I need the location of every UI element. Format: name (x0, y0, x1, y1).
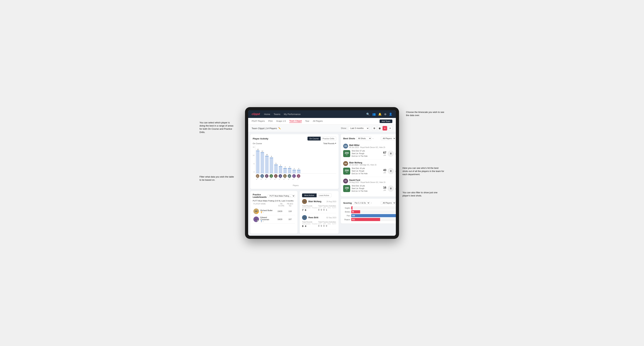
add-team-button[interactable]: Add Team (380, 120, 392, 123)
top-nav: clippd Home Teams My Performance 🔍 👥 🔔 ⊕… (248, 110, 396, 118)
col-pb-score: PB SCORE (277, 203, 286, 207)
practice-vals: 0 0 0 1 (318, 209, 336, 211)
scoring-players-filter[interactable]: All Players (381, 201, 396, 205)
player-names-row: B. McHarg R. Britt D. Ford J. Coles E. E… (255, 178, 336, 180)
shot-badge-label-1: SG (346, 154, 348, 156)
stat-block-practice: Total Practice Activities GTT APP ARG PU… (318, 205, 336, 211)
metric-unit-3a: yds (384, 189, 386, 191)
scoring-val-bogeys: 311 (352, 219, 355, 220)
stat-sub-row-2: Tournament Practice (302, 223, 318, 225)
shot-start-2: Start Lie: Rough (352, 170, 382, 172)
player-label-9: E. Crossman (292, 178, 296, 180)
shot-badge-label-2: SG (346, 172, 348, 173)
player-label-2: R. Britt (260, 178, 264, 180)
search-icon[interactable]: 🔍 (366, 113, 370, 116)
team-header: Team Clippd | 14 Players ✏️ Show: Last 3… (248, 125, 396, 132)
shot-badge-num-2: 200 (345, 169, 349, 172)
sub-nav-pga[interactable]: PGA (268, 120, 273, 123)
shot-player-sub-2: 23 Jul 2023 · Ashridge SC, Hole 15 (349, 164, 396, 166)
practice-leaderboards-card: Practice Leaderboards PUTT Must Make Put… (250, 191, 298, 234)
most-active-card: Most Active Least Active BM Blair McHarg… (300, 191, 338, 234)
nav-teams[interactable]: Teams (274, 113, 280, 116)
heart-icon[interactable]: ♥ (382, 126, 387, 131)
metric-unit-2a: yds (384, 172, 386, 173)
bar-group-4: 9 (270, 156, 273, 173)
view-icons: ⊞ ▦ ♥ ≡ (372, 126, 392, 131)
plus-icon[interactable]: ⊕ (384, 113, 386, 116)
sub-nav-pgat[interactable]: PGAT Players (252, 120, 265, 123)
sub-nav-tour[interactable]: Tour (305, 120, 309, 123)
sub-nav: PGAT Players PGA Hcaps 1-5 Team Clippd T… (248, 118, 396, 125)
course-toggle: On Course Practice Drills (308, 137, 336, 141)
practice-drills-toggle[interactable]: Practice Drills (320, 137, 336, 141)
practice-label-2: Practice (312, 223, 318, 225)
leaderboard-row-2: EC 2 Edward Crossman 🥈 2 18/20 107 (253, 215, 295, 223)
shot-player-row-3: DF David Ford 24 Aug 2023 · Royal North … (343, 178, 396, 183)
avatar-10: LR (297, 174, 300, 178)
bar-group-7: 3 (283, 166, 287, 173)
tournament-label: Tournament (302, 207, 310, 209)
putt-label-2: PUTT (332, 223, 336, 225)
bar-9 (292, 170, 296, 173)
bar-3 (265, 156, 268, 173)
scoring-bar-container-bogeys: 311 (351, 218, 396, 221)
chart-dropdown[interactable]: Total Rounds ▾ (323, 142, 336, 145)
sub-nav-team-clippd[interactable]: Team Clippd (289, 120, 302, 123)
bell-icon[interactable]: 🔔 (378, 113, 382, 116)
list-icon[interactable]: ≡ (388, 126, 392, 131)
least-active-tab[interactable]: Least Active (316, 193, 332, 197)
stat-label-rounds: Total Rounds (302, 205, 318, 207)
shots-type-filter[interactable]: All Shots Best Shots (356, 137, 372, 140)
putt-val-2: 0 (326, 225, 327, 227)
shot-details-3: 198 SG Shot Dist: 16 yds Start Lie: Roug… (343, 184, 396, 192)
scoring-bar-container-eagles: 3 (351, 206, 396, 209)
active-stats-1: Total Rounds Tournament Practice 7 6 (302, 205, 336, 211)
avatar-row: BM RB DF JC EE GB RB MM EC LR (255, 173, 336, 178)
player-activity-title: Player Activity (253, 137, 306, 140)
rank-badge-1: 1 (257, 212, 259, 214)
on-course-toggle[interactable]: On Course (308, 137, 320, 141)
right-column: Best Shots All Shots Best Shots ▾ All Pl… (341, 134, 396, 234)
player-label-5: E. Ebert (274, 178, 278, 180)
shot-details-1: 200 SG Shot Dist: 67 yds Start Lie: Roug… (343, 150, 396, 158)
grid-small-icon[interactable]: ▦ (377, 126, 382, 131)
metric-val-2a: 43 (383, 169, 386, 172)
scoring-type-filter[interactable]: Par 3, 4 & 5s (353, 201, 370, 205)
zero-val-1: 0 (390, 152, 392, 155)
y-axis: 15 10 5 0 (253, 146, 255, 173)
users-icon[interactable]: 👥 (372, 113, 376, 116)
bar-group-3: 10 (265, 154, 268, 173)
scoring-bar-birdies: 96 (351, 210, 360, 213)
avatar-2: RB (260, 174, 264, 178)
avatar-6: GB (278, 174, 282, 178)
edit-icon[interactable]: ✏️ (278, 127, 281, 130)
shot-dist-3: Shot Dist: 16 yds (352, 184, 382, 187)
scoring-val-birdies: 96 (352, 211, 354, 213)
shot-item-2: BM Blair McHarg 23 Jul 2023 · Ashridge S… (343, 159, 396, 177)
sub-nav-hcaps[interactable]: Hcaps 1-5 (276, 120, 286, 123)
bottom-cards: Practice Leaderboards PUTT Must Make Put… (250, 191, 338, 234)
most-active-tab[interactable]: Most Active (302, 193, 316, 197)
practice-header: Practice Leaderboards PUTT Must Make Put… (253, 193, 295, 198)
grid-large-icon[interactable]: ⊞ (372, 126, 376, 131)
nav-performance[interactable]: My Performance (284, 113, 300, 116)
show-label: Show: (341, 127, 347, 130)
player-activity-card: Player Activity On Course Practice Drill… (250, 134, 338, 189)
sub-nav-all-players[interactable]: All Players (313, 120, 323, 123)
avatar-1: BM (256, 174, 259, 178)
shot-player-info-2: Blair McHarg 23 Jul 2023 · Ashridge SC, … (349, 162, 396, 166)
user-icon[interactable]: 👤 (389, 113, 392, 116)
leaderboard-title: PUTT Must Make Putting (3-6 ft), Last 3 … (253, 200, 295, 202)
player-avg-crossman: 107 (286, 218, 294, 220)
putt-label: PUTT (332, 207, 336, 209)
team-name: Team Clippd | 14 Players (252, 127, 277, 130)
shot-end-2: End Lie: In The Hole (352, 172, 382, 175)
bar-5 (274, 165, 278, 173)
nav-home[interactable]: Home (264, 113, 270, 116)
scoring-val-eagles: 3 (352, 207, 353, 209)
nav-items: Home Teams My Performance (264, 113, 362, 116)
drill-select[interactable]: PUTT Must Make Putting ... (268, 194, 295, 198)
time-filter-select[interactable]: Last 3 months Last 6 months Last 12 mont… (348, 126, 369, 130)
shots-players-filter[interactable]: All Players (381, 137, 396, 140)
bar-group-10: 2 (297, 168, 300, 173)
